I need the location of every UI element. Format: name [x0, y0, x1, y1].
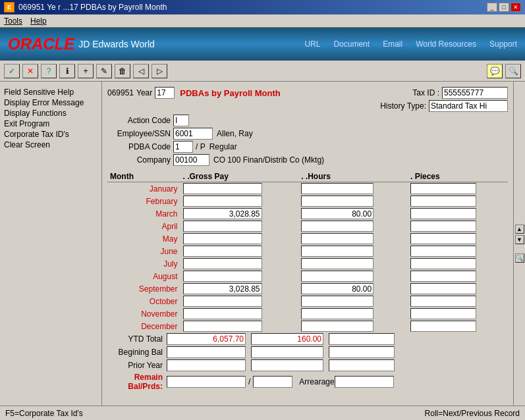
nav-email[interactable]: Email — [383, 39, 402, 49]
pieces-input[interactable] — [410, 196, 476, 207]
sidebar-display-error-message[interactable]: Display Error Message — [3, 97, 99, 108]
begin-bal-pieces-input[interactable] — [329, 346, 395, 358]
gross-pay-input[interactable] — [183, 233, 262, 244]
prior-year-hours-input[interactable] — [251, 359, 323, 371]
sidebar-exit-program[interactable]: Exit Program — [3, 118, 99, 129]
pieces-input[interactable] — [410, 308, 476, 319]
scroll-up-button[interactable]: ▲ — [515, 224, 524, 234]
pieces-input[interactable] — [410, 233, 476, 244]
history-type-input[interactable] — [429, 100, 508, 112]
gross-pay-input[interactable] — [183, 183, 262, 194]
gross-pay-input[interactable] — [183, 296, 262, 307]
table-row: February — [107, 195, 508, 207]
next-button[interactable]: ▷ — [152, 64, 167, 78]
pieces-input[interactable] — [410, 283, 476, 294]
chat-button[interactable]: 💬 — [487, 64, 503, 78]
prior-year-gross-input[interactable] — [167, 359, 246, 371]
pieces-input[interactable] — [410, 221, 476, 232]
header-gross-pay: . .Gross Pay — [180, 171, 299, 182]
info-button[interactable]: ℹ — [59, 64, 75, 78]
gross-pay-input[interactable] — [183, 208, 262, 219]
cancel-button[interactable]: ✕ — [22, 64, 38, 78]
action-code-input[interactable] — [173, 115, 189, 126]
month-label: October — [107, 295, 180, 307]
pieces-input[interactable] — [410, 321, 476, 332]
gross-pay-input[interactable] — [183, 221, 262, 232]
pieces-input[interactable] — [410, 246, 476, 257]
scroll-down-button[interactable]: ▼ — [515, 235, 524, 244]
hours-cell — [298, 182, 408, 196]
menu-tools[interactable]: Tools — [4, 16, 22, 26]
gross-pay-input[interactable] — [183, 271, 262, 282]
prior-year-pieces-input[interactable] — [329, 359, 395, 371]
ytd-gross-input[interactable] — [167, 333, 246, 345]
nav-document[interactable]: Document — [333, 39, 370, 49]
gross-pay-input[interactable] — [183, 321, 262, 332]
search-button[interactable]: 🔍 — [505, 64, 521, 78]
gross-pay-input[interactable] — [183, 283, 262, 294]
tax-id-input[interactable] — [442, 87, 508, 99]
hours-input[interactable] — [301, 183, 373, 194]
pieces-input[interactable] — [410, 258, 476, 269]
pieces-input[interactable] — [410, 296, 476, 307]
gross-pay-input[interactable] — [183, 308, 262, 319]
begin-bal-hours-input[interactable] — [251, 346, 323, 358]
nav-support[interactable]: Support — [489, 39, 517, 49]
hours-input[interactable] — [301, 196, 373, 207]
close-button[interactable]: ✕ — [511, 3, 521, 12]
pdba-code-input[interactable] — [173, 141, 193, 153]
data-table: Month . .Gross Pay . .Hours . Pieces Jan… — [107, 171, 508, 332]
hours-input[interactable] — [301, 296, 373, 307]
hours-input[interactable] — [301, 221, 373, 232]
menu-help[interactable]: Help — [30, 16, 47, 26]
sidebar-clear-screen[interactable]: Clear Screen — [3, 140, 99, 150]
prev-button[interactable]: ◁ — [133, 64, 149, 78]
sidebar-display-functions[interactable]: Display Functions — [3, 108, 99, 118]
sidebar-field-sensitive-help[interactable]: Field Sensitive Help — [3, 87, 99, 97]
add-button[interactable]: + — [78, 64, 94, 78]
table-row: March — [107, 207, 508, 220]
minimize-button[interactable]: _ — [487, 3, 497, 12]
ok-button[interactable]: ✓ — [4, 64, 20, 78]
help-button[interactable]: ? — [41, 64, 57, 78]
delete-button[interactable]: 🗑 — [115, 64, 130, 78]
hours-input[interactable] — [301, 271, 373, 282]
sidebar-corporate-tax-ids[interactable]: Corporate Tax ID's — [3, 129, 99, 140]
begin-bal-label: Begining Bal — [107, 348, 167, 357]
employee-ssn-input[interactable] — [173, 128, 213, 140]
pieces-input[interactable] — [410, 183, 476, 194]
pieces-cell — [408, 270, 508, 282]
gross-pay-input[interactable] — [183, 196, 262, 207]
maximize-button[interactable]: □ — [499, 3, 509, 12]
arrearage-input[interactable] — [335, 376, 394, 388]
nav-world-resources[interactable]: World Resources — [416, 39, 476, 49]
gross-pay-input[interactable] — [183, 246, 262, 257]
pieces-input[interactable] — [410, 271, 476, 282]
hours-cell — [298, 282, 408, 295]
begin-bal-gross-input[interactable] — [167, 346, 246, 358]
hours-input[interactable] — [301, 233, 373, 244]
remain-bal-input[interactable] — [167, 376, 246, 388]
hours-input[interactable] — [301, 283, 373, 294]
gross-pay-cell — [180, 207, 299, 220]
hours-input[interactable] — [301, 208, 373, 219]
history-type-label: History Type: — [380, 101, 426, 111]
gross-pay-input[interactable] — [183, 258, 262, 269]
hours-input[interactable] — [301, 258, 373, 269]
company-input[interactable] — [173, 154, 209, 166]
ytd-pieces-input[interactable] — [329, 333, 395, 345]
employee-ssn-row: Employee/SSN Allen, Ray — [107, 128, 508, 140]
remain-bal-input2[interactable] — [253, 376, 292, 388]
nav-url[interactable]: URL — [304, 39, 320, 49]
zoom-button[interactable]: 🔍 — [515, 253, 524, 263]
ytd-hours-input[interactable] — [251, 333, 323, 345]
window-controls[interactable]: _ □ ✕ — [487, 3, 521, 12]
pdba-code-name: Regular — [209, 142, 237, 151]
hours-input[interactable] — [301, 246, 373, 257]
pieces-input[interactable] — [410, 208, 476, 219]
edit-button[interactable]: ✎ — [96, 64, 112, 78]
month-label: November — [107, 307, 180, 320]
hours-input[interactable] — [301, 321, 373, 332]
year-input[interactable] — [155, 87, 175, 99]
hours-input[interactable] — [301, 308, 373, 319]
